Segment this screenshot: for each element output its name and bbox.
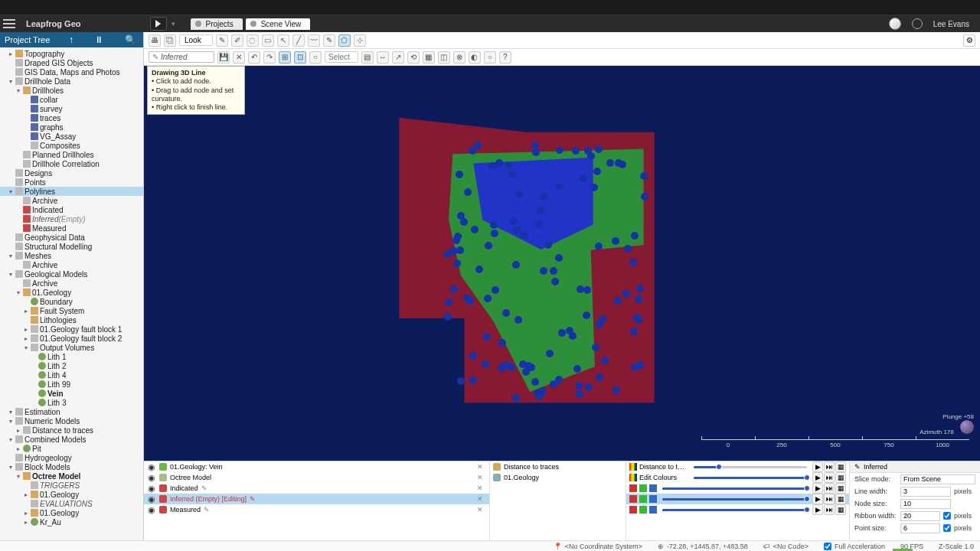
scene-list-row[interactable]: ◉Measured✎✕ <box>144 504 489 515</box>
save-icon[interactable]: 💾 <box>217 51 230 64</box>
tree-search-icon[interactable]: 🔍 <box>122 34 139 45</box>
remove-icon[interactable]: ✕ <box>477 506 486 514</box>
grid-icon[interactable]: ▦ <box>835 483 846 494</box>
tree-node[interactable]: Composites <box>0 141 143 150</box>
style-row[interactable]: Distance to t…▶⏭▦ <box>626 461 849 472</box>
copy-icon[interactable]: ⿻ <box>164 34 176 47</box>
tree-node[interactable]: ▾Geological Models <box>0 269 143 279</box>
style-row[interactable]: Edit Colours▶⏭▦ <box>626 472 849 483</box>
play-icon[interactable]: ▶ <box>812 472 823 483</box>
skip-icon[interactable]: ⏭ <box>824 483 835 494</box>
scene-list-row[interactable]: ◉01.Geology: Vein✕ <box>144 461 489 472</box>
lasso-icon[interactable]: ◌ <box>247 34 259 47</box>
pencil-icon[interactable]: ✎ <box>216 34 228 47</box>
link-row[interactable]: 01.Geology <box>490 472 626 483</box>
style-row[interactable]: ▶⏭▦ <box>626 504 849 515</box>
tree-node[interactable]: Archive <box>0 279 143 288</box>
tree-node[interactable]: ▾01.Geology <box>0 288 143 297</box>
remove-icon[interactable]: ✕ <box>477 474 486 481</box>
settings-gear-icon[interactable]: ⚙ <box>963 34 975 47</box>
tree-node[interactable]: ▸Fault System <box>0 306 143 315</box>
skip-icon[interactable]: ⏭ <box>824 494 835 504</box>
tree-node[interactable]: TRIGGERS <box>0 481 143 490</box>
styling-list[interactable]: Distance to t…▶⏭▦Edit Colours▶⏭▦▶⏭▦▶⏭▦▶⏭… <box>626 461 850 540</box>
delete-icon[interactable]: ✕ <box>233 51 245 64</box>
tool-c-icon[interactable]: ↗ <box>392 51 404 64</box>
tree-node[interactable]: GIS Data, Maps and Photos <box>0 67 143 77</box>
grid-icon[interactable]: ▦ <box>835 461 846 472</box>
tree-pause-icon[interactable]: ⏸ <box>92 34 106 45</box>
cursor-icon[interactable]: ↖ <box>277 34 289 47</box>
undo-icon[interactable]: ↶ <box>248 51 260 64</box>
tree-node[interactable]: Measured <box>0 223 143 233</box>
look-dropdown[interactable]: Look <box>179 34 213 46</box>
tree-node[interactable]: Hydrogeology <box>0 453 143 462</box>
tree-node[interactable]: Points <box>0 178 143 187</box>
line-icon[interactable]: ╱ <box>292 34 305 47</box>
scene-list-row[interactable]: ◉Indicated✎✕ <box>144 483 489 494</box>
tree-node[interactable]: EVALUATIONS <box>0 499 143 508</box>
snap-icon[interactable]: ⊞ <box>279 51 291 64</box>
redo-icon[interactable]: ↷ <box>263 51 276 64</box>
node-size-input[interactable]: 10 <box>900 499 951 509</box>
ribbon-width-input[interactable]: 20 <box>900 511 940 521</box>
grid-icon[interactable]: ▦ <box>835 504 846 515</box>
link-list[interactable]: Distance to traces01.Geology <box>490 461 626 540</box>
tree-node[interactable]: Planned Drillholes <box>0 150 143 159</box>
play-icon[interactable]: ▶ <box>812 494 823 504</box>
play-icon[interactable]: ▶ <box>812 504 823 515</box>
node-icon[interactable]: ○ <box>309 51 322 64</box>
slice-mode-select[interactable]: From Scene <box>900 474 975 484</box>
tree-node[interactable]: ▸Distance to traces <box>0 425 143 435</box>
scene-viewport[interactable]: Plunge +58 Azimuth 178 02505007501000 <box>144 66 980 461</box>
accel-check[interactable] <box>824 543 831 550</box>
link-row[interactable]: Distance to traces <box>490 461 626 472</box>
snap2-icon[interactable]: ⊡ <box>294 51 306 64</box>
grid-icon[interactable]: ▦ <box>835 494 846 504</box>
tree-node[interactable]: ▸01.Geology <box>0 490 143 499</box>
tree-node[interactable]: ▸Topography <box>0 49 143 58</box>
print-icon[interactable]: 🖶 <box>149 34 161 47</box>
tree-node[interactable]: Lith 3 <box>0 398 143 407</box>
line-width-input[interactable]: 3 <box>900 487 951 497</box>
tree-node[interactable]: ▾Meshes <box>0 251 143 260</box>
box-icon[interactable]: ▭ <box>262 34 274 47</box>
play-button[interactable] <box>150 17 167 31</box>
tab-scene-view[interactable]: Scene View <box>246 18 311 30</box>
tree-up-icon[interactable]: ↑ <box>67 34 76 45</box>
tree-node[interactable]: Archive <box>0 196 143 205</box>
style-row[interactable]: ▶⏭▦ <box>626 494 849 504</box>
pencil-icon[interactable]: ✎ <box>201 484 211 492</box>
tree-node[interactable]: Lith 4 <box>0 370 143 380</box>
curve-icon[interactable]: 〰 <box>308 34 320 47</box>
pencil-icon[interactable]: ✎ <box>250 495 259 503</box>
tree-node[interactable]: Indicated <box>0 205 143 214</box>
pencil-icon[interactable]: ✎ <box>204 506 213 514</box>
tree-node[interactable]: Drillhole Correlation <box>0 159 143 168</box>
visibility-eye-icon[interactable]: ◉ <box>147 484 156 494</box>
tree-node[interactable]: ▸01.Geology fault block 1 <box>0 324 143 334</box>
tool-a-icon[interactable]: ▤ <box>361 51 374 64</box>
compass-ball-icon[interactable] <box>960 420 974 434</box>
tree-node[interactable]: Lith 1 <box>0 352 143 361</box>
tree-node[interactable]: ▾Block Models <box>0 462 143 471</box>
axis-icon[interactable]: ⊹ <box>354 34 366 47</box>
tree-node[interactable]: ▸01.Geology fault block 2 <box>0 334 143 343</box>
tree-node[interactable]: ▸Kr_Au <box>0 517 143 527</box>
tree-node[interactable]: ▾Numeric Models <box>0 416 143 425</box>
tree-node[interactable]: ▸Pit <box>0 444 143 453</box>
tree-node[interactable]: Draped GIS Objects <box>0 58 143 67</box>
hamburger-icon[interactable] <box>3 18 15 29</box>
tree-node[interactable]: collar <box>0 95 143 104</box>
tree-node[interactable]: Archive <box>0 260 143 269</box>
polygon-tool[interactable]: ⬠ <box>338 34 351 47</box>
skip-icon[interactable]: ⏭ <box>824 504 835 515</box>
tree-node[interactable]: VG_Assay <box>0 132 143 141</box>
visibility-eye-icon[interactable]: ◉ <box>147 494 156 504</box>
tab-projects[interactable]: Projects <box>191 18 243 30</box>
tree-node[interactable]: ▾Polylines <box>0 187 143 196</box>
tool-b-icon[interactable]: ↔ <box>377 51 389 64</box>
tree-node[interactable]: ▾Drillhole Data <box>0 77 143 86</box>
tree-node[interactable]: traces <box>0 113 143 122</box>
chevron-down-icon[interactable]: ▾ <box>167 20 180 28</box>
